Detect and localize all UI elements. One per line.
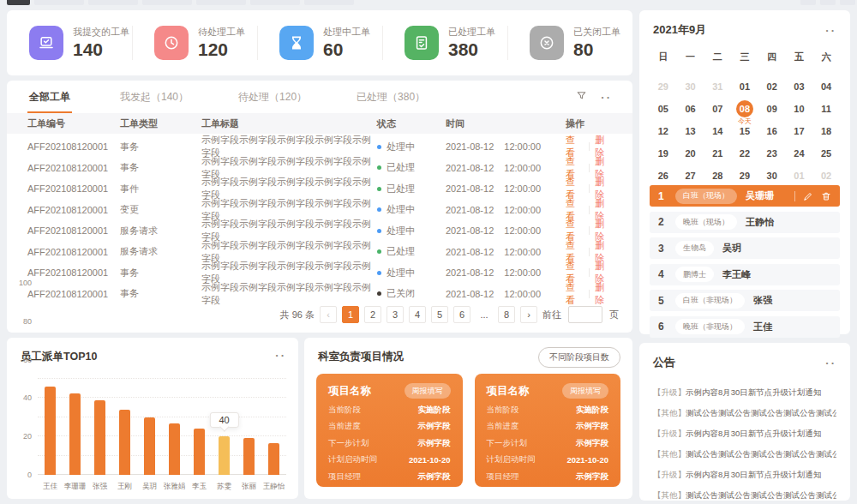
tab-orders-1[interactable]: 我发起（140） bbox=[118, 81, 190, 113]
calendar-day[interactable]: 01 bbox=[731, 75, 758, 98]
calendar-day[interactable]: 26 bbox=[650, 165, 677, 187]
calendar-day[interactable]: 02 bbox=[812, 165, 840, 187]
tab-orders-3[interactable]: 已处理（380） bbox=[355, 81, 427, 113]
window-tab-active[interactable] bbox=[7, 0, 30, 5]
shift-row[interactable]: 6晚班（非现场）王佳 bbox=[650, 316, 840, 338]
calendar-day[interactable]: 05 bbox=[650, 98, 677, 120]
calendar-day[interactable]: 12 bbox=[650, 120, 677, 142]
stat-item[interactable]: 处理中工单60 bbox=[257, 10, 382, 75]
phase-count-button[interactable]: 不同阶段项目数 bbox=[538, 347, 620, 368]
window-control[interactable] bbox=[820, 0, 836, 5]
calendar-day[interactable]: 25 bbox=[812, 142, 840, 165]
announcement-item[interactable]: 【升级】示例内容8月30日新节点升级计划通知 bbox=[653, 470, 836, 481]
pagination-page-button[interactable]: 5 bbox=[431, 306, 448, 323]
shift-row[interactable]: 4鹏博士李王峰 bbox=[650, 264, 840, 285]
calendar-day[interactable]: 28 bbox=[704, 165, 731, 187]
project-card[interactable]: 项目名称周报填写当前阶段实施阶段当前进度示例字段下一步计划示例字段计划启动时间2… bbox=[316, 374, 463, 487]
calendar-day[interactable]: 17 bbox=[786, 120, 813, 142]
shift-row[interactable]: 5白班（非现场）张强 bbox=[650, 290, 840, 311]
pagination-page-button[interactable]: 3 bbox=[387, 306, 404, 323]
calendar-day[interactable]: 22 bbox=[731, 142, 758, 165]
pagination-prev-button[interactable]: ‹ bbox=[320, 306, 337, 323]
calendar-day[interactable]: 14 bbox=[704, 120, 731, 142]
calendar-day[interactable]: 11 bbox=[812, 98, 840, 120]
announcement-item[interactable]: 【升级】示例内容8月30日新节点升级计划通知 bbox=[653, 429, 836, 440]
calendar-day[interactable]: 15 bbox=[731, 120, 758, 142]
calendar-day[interactable]: 18 bbox=[812, 120, 840, 142]
bar-王静怡[interactable] bbox=[268, 443, 279, 475]
calendar-day[interactable]: 04 bbox=[812, 75, 840, 98]
more-icon[interactable]: ·· bbox=[601, 91, 612, 104]
calendar-day[interactable]: 13 bbox=[677, 120, 704, 142]
calendar-day[interactable]: 29 bbox=[650, 75, 677, 98]
calendar-day[interactable]: 29 bbox=[731, 165, 758, 187]
weekly-report-badge[interactable]: 周报填写 bbox=[562, 383, 608, 399]
calendar-day[interactable]: 27 bbox=[677, 165, 704, 187]
window-tab[interactable] bbox=[142, 0, 192, 5]
calendar-day[interactable]: 02 bbox=[758, 75, 786, 98]
project-card[interactable]: 项目名称周报填写当前阶段实施阶段当前进度示例字段下一步计划示例字段计划启动时间2… bbox=[475, 374, 621, 487]
bar-王刚[interactable] bbox=[119, 410, 130, 475]
view-link[interactable]: 查看 bbox=[566, 281, 583, 307]
stat-item[interactable]: 待处理工单120 bbox=[132, 10, 257, 75]
window-tab[interactable] bbox=[196, 0, 246, 5]
stat-item[interactable]: 已处理工单380 bbox=[382, 10, 507, 75]
window-control[interactable] bbox=[840, 0, 855, 5]
calendar-day[interactable]: 21 bbox=[704, 142, 731, 165]
bar-吴玥[interactable] bbox=[144, 417, 155, 475]
calendar-day[interactable]: 23 bbox=[758, 142, 786, 165]
bar-王佳[interactable] bbox=[45, 387, 56, 475]
calendar-day[interactable]: 03 bbox=[786, 75, 813, 98]
shift-row[interactable]: 1白班（现场）吴珊珊 bbox=[650, 185, 840, 207]
bar-张强[interactable] bbox=[94, 400, 105, 475]
announcement-item[interactable]: 【其他】测试公告测试公告测试公告测试公告测试公告 bbox=[653, 408, 836, 419]
calendar-day[interactable]: 06 bbox=[677, 98, 704, 120]
calendar-day[interactable]: 30 bbox=[758, 165, 786, 187]
window-control[interactable] bbox=[800, 0, 816, 5]
shift-row[interactable]: 3生物岛吴玥 bbox=[650, 237, 840, 259]
calendar-day[interactable]: 09 bbox=[758, 98, 786, 120]
stat-item[interactable]: 我提交的工单140 bbox=[7, 10, 132, 75]
bar-张雅娟[interactable] bbox=[169, 423, 180, 475]
stat-item[interactable]: 已关闭工单80 bbox=[507, 10, 632, 75]
more-icon[interactable]: ·· bbox=[825, 357, 836, 369]
pagination-goto-input[interactable] bbox=[568, 306, 602, 323]
pagination-page-button[interactable]: 4 bbox=[409, 306, 426, 323]
window-tab[interactable] bbox=[250, 0, 300, 5]
calendar-day[interactable]: 20 bbox=[677, 142, 704, 165]
pagination-page-button[interactable]: 6 bbox=[453, 306, 470, 323]
announcement-item[interactable]: 【升级】示例内容8月30日新节点升级计划通知 bbox=[653, 387, 836, 399]
bar-苏雯[interactable] bbox=[219, 436, 230, 475]
pagination-page-button[interactable]: 2 bbox=[364, 306, 381, 323]
bar-张丽[interactable] bbox=[243, 438, 255, 475]
window-tab[interactable] bbox=[304, 0, 354, 5]
pagination-next-button[interactable]: › bbox=[520, 306, 537, 323]
pagination-page-button[interactable]: 8 bbox=[498, 306, 515, 323]
tab-orders-0[interactable]: 全部工单 bbox=[27, 81, 72, 113]
bar-李珊珊[interactable] bbox=[69, 393, 81, 475]
pagination-page-button[interactable]: 1 bbox=[342, 306, 359, 323]
calendar-day[interactable]: 16 bbox=[758, 120, 786, 142]
more-icon[interactable]: ·· bbox=[825, 24, 836, 37]
shift-row[interactable]: 2晚班（现场）王静怡 bbox=[650, 212, 840, 233]
window-tab[interactable] bbox=[34, 0, 84, 5]
tab-orders-2[interactable]: 待处理（120） bbox=[237, 81, 309, 113]
calendar-day[interactable]: 19 bbox=[650, 142, 677, 165]
announcement-item[interactable]: 【其他】测试公告测试公告测试公告测试公告测试公告 bbox=[653, 490, 836, 501]
delete-link[interactable]: 删除 bbox=[595, 281, 612, 307]
calendar-day[interactable]: 30 bbox=[677, 75, 704, 98]
bar-李玉[interactable] bbox=[194, 429, 205, 475]
filter-icon[interactable] bbox=[576, 89, 587, 105]
edit-icon[interactable] bbox=[803, 191, 813, 201]
calendar-day[interactable]: 10 bbox=[786, 98, 813, 120]
trash-icon[interactable] bbox=[821, 191, 831, 201]
calendar-day[interactable]: 08今天 bbox=[731, 98, 758, 120]
weekly-report-badge[interactable]: 周报填写 bbox=[405, 383, 451, 399]
calendar-day[interactable]: 07 bbox=[704, 98, 731, 120]
calendar-day[interactable]: 31 bbox=[704, 75, 731, 98]
calendar-day[interactable]: 01 bbox=[786, 165, 813, 187]
more-icon[interactable]: ·· bbox=[275, 349, 286, 362]
calendar-day[interactable]: 24 bbox=[786, 142, 813, 165]
announcement-item[interactable]: 【其他】测试公告测试公告测试公告测试公告测试公告 bbox=[653, 449, 836, 460]
window-tab[interactable] bbox=[88, 0, 138, 5]
